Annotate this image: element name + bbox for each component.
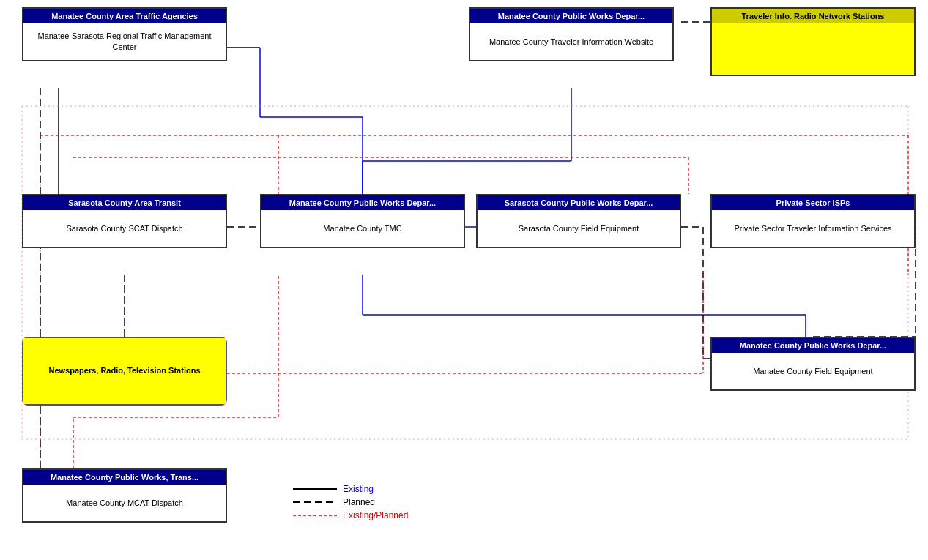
node-scat-dispatch-body: Sarasota County SCAT Dispatch	[23, 210, 226, 247]
legend-planned: Planned	[293, 497, 408, 507]
node-mcat-dispatch-header: Manatee County Public Works, Trans...	[23, 470, 226, 485]
node-mcat-dispatch: Manatee County Public Works, Trans... Ma…	[22, 468, 227, 523]
node-manatee-tmc: Manatee County Public Works Depar... Man…	[260, 194, 465, 248]
node-manatee-field-header: Manatee County Public Works Depar...	[712, 338, 914, 353]
legend-planned-label: Planned	[343, 497, 375, 507]
node-manatee-traffic-header: Manatee County Area Traffic Agencies	[23, 9, 226, 23]
node-traveler-radio-header: Traveler Info. Radio Network Stations	[712, 9, 914, 23]
diagram-container: Manatee County Area Traffic Agencies Man…	[0, 0, 928, 560]
node-private-sector: Private Sector ISPs Private Sector Trave…	[710, 194, 916, 248]
legend-existing: Existing	[293, 484, 408, 494]
node-manatee-tmc-header: Manatee County Public Works Depar...	[261, 195, 464, 210]
node-scat-dispatch-header: Sarasota County Area Transit	[23, 195, 226, 210]
legend-existing-planned: Existing/Planned	[293, 510, 408, 520]
legend-existing-planned-label: Existing/Planned	[343, 510, 408, 520]
node-traveler-radio: Traveler Info. Radio Network Stations	[710, 7, 916, 76]
node-manatee-traffic: Manatee County Area Traffic Agencies Man…	[22, 7, 227, 61]
node-manatee-tmc-body: Manatee County TMC	[261, 210, 464, 247]
node-manatee-field: Manatee County Public Works Depar... Man…	[710, 337, 916, 391]
node-traveler-radio-body	[712, 23, 914, 75]
node-sarasota-field-body: Sarasota County Field Equipment	[478, 210, 680, 247]
node-sarasota-field-header: Sarasota County Public Works Depar...	[478, 195, 680, 210]
node-private-sector-body: Private Sector Traveler Information Serv…	[712, 210, 914, 247]
node-newspapers-body: Newspapers, Radio, Television Stations	[23, 338, 226, 404]
node-newspapers: Newspapers, Radio, Television Stations	[22, 337, 227, 406]
node-scat-dispatch: Sarasota County Area Transit Sarasota Co…	[22, 194, 227, 248]
node-manatee-traffic-body: Manatee-Sarasota Regional Traffic Manage…	[23, 23, 226, 60]
node-manatee-traveler-website-header: Manatee County Public Works Depar...	[470, 9, 672, 23]
node-private-sector-header: Private Sector ISPs	[712, 195, 914, 210]
node-manatee-traveler-website-body: Manatee County Traveler Information Webs…	[470, 23, 672, 60]
node-manatee-traveler-website: Manatee County Public Works Depar... Man…	[469, 7, 674, 61]
legend: Existing Planned Existing/Planned	[293, 484, 408, 523]
node-manatee-field-body: Manatee County Field Equipment	[712, 353, 914, 389]
legend-existing-label: Existing	[343, 484, 374, 494]
node-mcat-dispatch-body: Manatee County MCAT Dispatch	[23, 485, 226, 521]
node-sarasota-field: Sarasota County Public Works Depar... Sa…	[476, 194, 681, 248]
